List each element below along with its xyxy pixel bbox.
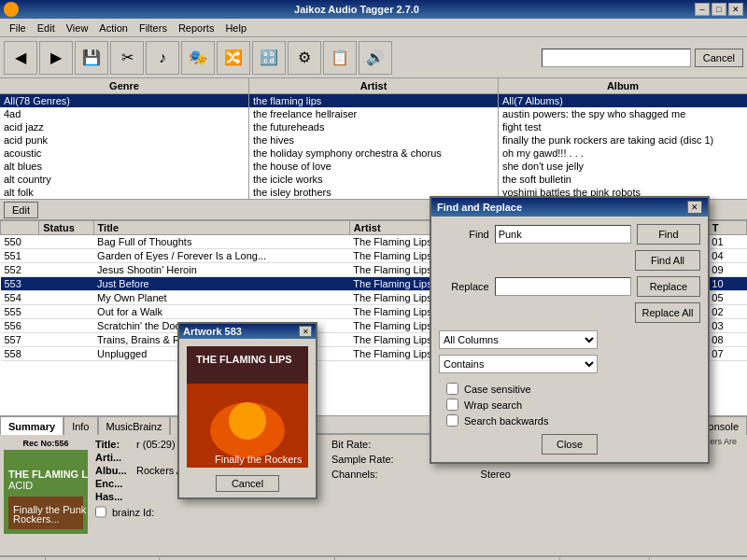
dialog-overlay: Find and Replace ✕ Find Find Find All Re…	[0, 0, 747, 560]
replace-label: Replace	[439, 281, 489, 292]
dialog-footer: Close	[439, 434, 700, 455]
find-replace-close-button[interactable]: ✕	[687, 201, 702, 214]
find-replace-title-bar: Find and Replace ✕	[431, 198, 708, 217]
replace-row: Replace Replace	[439, 276, 700, 297]
find-replace-dialog: Find and Replace ✕ Find Find Find All Re…	[430, 196, 710, 464]
find-row: Find Find	[439, 224, 700, 245]
find-all-button[interactable]: Find All	[635, 250, 700, 271]
search-backwards-label: Search backwards	[464, 415, 549, 427]
find-replace-title: Find and Replace	[437, 202, 522, 213]
replace-button[interactable]: Replace	[637, 276, 700, 297]
find-input[interactable]	[495, 225, 631, 244]
replace-all-button[interactable]: Replace All	[635, 302, 700, 323]
find-label: Find	[439, 229, 489, 240]
wrap-search-label: Wrap search	[464, 399, 522, 411]
match-select[interactable]: Contains	[439, 355, 598, 373]
search-backwards-checkbox[interactable]	[446, 414, 458, 427]
case-sensitive-checkbox[interactable]	[446, 383, 458, 395]
wrap-search-row: Wrap search	[446, 399, 700, 411]
find-button[interactable]: Find	[637, 224, 700, 245]
close-dialog-button[interactable]: Close	[542, 434, 598, 455]
search-backwards-row: Search backwards	[446, 414, 700, 427]
columns-row: All Columns	[439, 330, 700, 349]
find-replace-body: Find Find Find All Replace Replace Repla…	[431, 217, 708, 462]
case-sensitive-label: Case sensitive	[464, 384, 531, 395]
case-sensitive-row: Case sensitive	[446, 383, 700, 395]
match-row: Contains	[439, 355, 700, 373]
wrap-search-checkbox[interactable]	[446, 399, 458, 411]
columns-select[interactable]: All Columns	[439, 330, 598, 349]
replace-input[interactable]	[495, 277, 631, 296]
